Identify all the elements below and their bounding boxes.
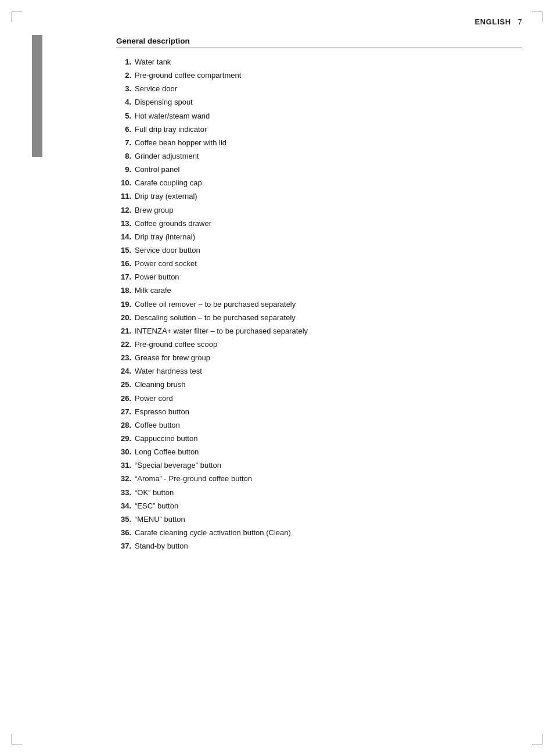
corner-mark-tl: [12, 12, 22, 22]
item-number: 3.: [116, 83, 135, 95]
list-item: 18.Milk carafe: [116, 285, 522, 296]
item-number: 30.: [116, 446, 135, 458]
item-number: 34.: [116, 500, 135, 512]
list-item: 28.Coffee button: [116, 420, 522, 431]
list-item: 27.Espresso button: [116, 406, 522, 418]
list-item: 34.“ESC” button: [116, 500, 522, 512]
list-item: 23.Grease for brew group: [116, 352, 522, 364]
item-text: Pre-ground coffee scoop: [135, 339, 217, 350]
main-content: General description 1.Water tank2.Pre-gr…: [116, 37, 522, 552]
list-item: 29.Cappuccino button: [116, 433, 522, 445]
item-text: Grinder adjustment: [135, 151, 199, 162]
item-number: 16.: [116, 258, 135, 270]
item-text: Water tank: [135, 56, 171, 68]
item-text: Cappuccino button: [135, 433, 197, 445]
item-number: 28.: [116, 420, 135, 431]
item-text: “Special beverage” button: [135, 460, 221, 471]
list-item: 22.Pre-ground coffee scoop: [116, 339, 522, 350]
item-text: Service door button: [135, 245, 200, 256]
item-text: “OK” button: [135, 487, 174, 499]
language-label: ENGLISH: [474, 17, 510, 26]
item-text: Service door: [135, 83, 177, 95]
list-item: 9.Control panel: [116, 164, 522, 175]
item-text: Power cord socket: [135, 258, 197, 270]
list-item: 5.Hot water/steam wand: [116, 110, 522, 122]
list-item: 26.Power cord: [116, 393, 522, 404]
item-number: 25.: [116, 379, 135, 390]
list-item: 19.Coffee oil remover – to be purchased …: [116, 299, 522, 310]
list-item: 25.Cleaning brush: [116, 379, 522, 390]
list-item: 6.Full drip tray indicator: [116, 124, 522, 135]
list-item: 14.Drip tray (internal): [116, 231, 522, 243]
item-text: Grease for brew group: [135, 352, 210, 364]
item-text: Full drip tray indicator: [135, 124, 207, 135]
item-number: 11.: [116, 191, 135, 202]
item-text: INTENZA+ water filter – to be purchased …: [135, 325, 308, 337]
list-item: 12.Brew group: [116, 205, 522, 216]
item-number: 15.: [116, 245, 135, 256]
list-item: 13.Coffee grounds drawer: [116, 218, 522, 230]
list-item: 21.INTENZA+ water filter – to be purchas…: [116, 325, 522, 337]
item-text: “MENU” button: [135, 514, 185, 525]
page-number: 7: [518, 17, 522, 26]
item-number: 27.: [116, 406, 135, 418]
item-text: Long Coffee button: [135, 446, 199, 458]
page: ENGLISH 7 General description 1.Water ta…: [0, 0, 554, 756]
item-number: 37.: [116, 540, 135, 552]
item-text: Cleaning brush: [135, 379, 185, 390]
item-number: 4.: [116, 96, 135, 108]
list-item: 20.Descaling solution – to be purchased …: [116, 312, 522, 324]
item-number: 20.: [116, 312, 135, 324]
item-number: 18.: [116, 285, 135, 296]
item-number: 35.: [116, 514, 135, 525]
item-text: Stand-by button: [135, 540, 188, 552]
item-number: 31.: [116, 460, 135, 471]
item-number: 32.: [116, 473, 135, 485]
list-item: 16.Power cord socket: [116, 258, 522, 270]
item-number: 19.: [116, 299, 135, 310]
item-number: 14.: [116, 231, 135, 243]
item-number: 1.: [116, 56, 135, 68]
item-number: 8.: [116, 151, 135, 162]
item-text: “ESC” button: [135, 500, 178, 512]
item-text: Coffee grounds drawer: [135, 218, 211, 230]
item-number: 2.: [116, 70, 135, 81]
list-item: 15.Service door button: [116, 245, 522, 256]
item-text: Coffee button: [135, 420, 180, 431]
item-text: Drip tray (external): [135, 191, 197, 202]
list-item: 2.Pre-ground coffee compartment: [116, 70, 522, 81]
item-text: Power button: [135, 271, 179, 283]
item-number: 22.: [116, 339, 135, 350]
item-number: 10.: [116, 177, 135, 189]
item-number: 23.: [116, 352, 135, 364]
item-text: Milk carafe: [135, 285, 171, 296]
section-title: General description: [116, 37, 522, 45]
description-list: 1.Water tank2.Pre-ground coffee compartm…: [116, 56, 522, 552]
list-item: 31.“Special beverage” button: [116, 460, 522, 471]
list-item: 24.Water hardness test: [116, 366, 522, 377]
item-text: Coffee bean hopper with lid: [135, 137, 226, 149]
list-item: 17.Power button: [116, 271, 522, 283]
item-text: Brew group: [135, 205, 173, 216]
item-text: Descaling solution – to be purchased sep…: [135, 312, 296, 324]
item-text: Pre-ground coffee compartment: [135, 70, 241, 81]
item-number: 5.: [116, 110, 135, 122]
list-item: 7.Coffee bean hopper with lid: [116, 137, 522, 149]
item-text: Coffee oil remover – to be purchased sep…: [135, 299, 296, 310]
sidebar-bar: [32, 35, 42, 157]
list-item: 32.“Aroma” - Pre-ground coffee button: [116, 473, 522, 485]
list-item: 30.Long Coffee button: [116, 446, 522, 458]
item-text: Hot water/steam wand: [135, 110, 210, 122]
item-text: “Aroma” - Pre-ground coffee button: [135, 473, 252, 485]
list-item: 4.Dispensing spout: [116, 96, 522, 108]
item-number: 7.: [116, 137, 135, 149]
item-text: Dispensing spout: [135, 96, 193, 108]
item-number: 17.: [116, 271, 135, 283]
item-text: Espresso button: [135, 406, 189, 418]
item-number: 6.: [116, 124, 135, 135]
list-item: 36.Carafe cleaning cycle activation butt…: [116, 527, 522, 539]
item-number: 26.: [116, 393, 135, 404]
item-text: Water hardness test: [135, 366, 202, 377]
corner-mark-tr: [532, 12, 542, 22]
list-item: 1.Water tank: [116, 56, 522, 68]
